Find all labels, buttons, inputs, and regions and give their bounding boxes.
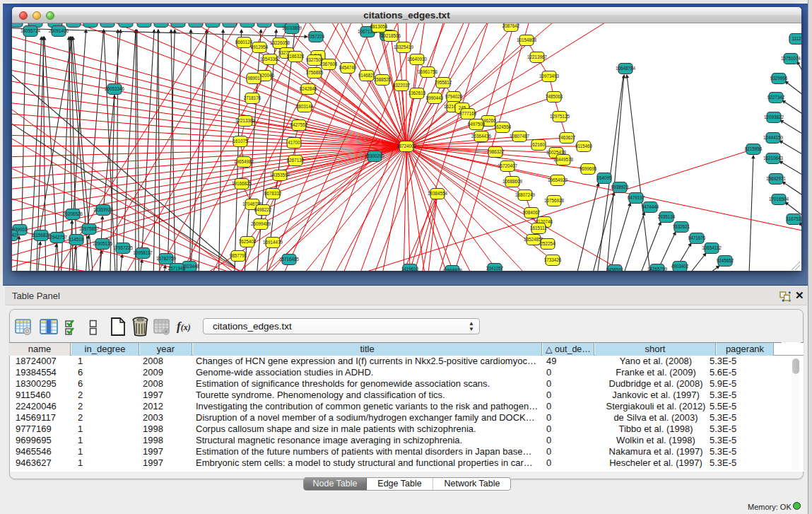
svg-text:8678332: 8678332 xyxy=(264,191,282,196)
svg-text:6466160: 6466160 xyxy=(117,23,135,24)
svg-text:9794028: 9794028 xyxy=(445,94,463,99)
svg-text:9699695: 9699695 xyxy=(579,166,597,171)
svg-text:252254: 252254 xyxy=(540,241,555,246)
svg-text:88061: 88061 xyxy=(67,23,80,24)
svg-text:8660124: 8660124 xyxy=(235,40,253,45)
svg-text:1588520: 1588520 xyxy=(374,77,392,82)
svg-text:16914479: 16914479 xyxy=(263,240,283,245)
svg-text:8813054: 8813054 xyxy=(370,24,388,29)
svg-text:8322037: 8322037 xyxy=(393,83,411,88)
svg-text:8186328: 8186328 xyxy=(287,54,305,59)
svg-text:12905135: 12905135 xyxy=(93,241,113,246)
svg-text:18724007: 18724007 xyxy=(396,144,417,148)
svg-text:2367608: 2367608 xyxy=(320,62,338,66)
svg-text:1615112: 1615112 xyxy=(530,226,548,230)
svg-text:12975125: 12975125 xyxy=(550,114,570,119)
svg-text:8454749: 8454749 xyxy=(339,65,357,70)
svg-text:10654112: 10654112 xyxy=(702,245,722,250)
svg-text:19166825: 19166825 xyxy=(232,181,252,186)
svg-text:10688609: 10688609 xyxy=(502,179,523,184)
svg-text:14353594: 14353594 xyxy=(270,173,290,177)
svg-text:2935134: 2935134 xyxy=(658,214,676,219)
svg-text:7485063: 7485063 xyxy=(546,94,563,99)
svg-text:16210643: 16210643 xyxy=(763,156,784,160)
svg-text:9474444: 9474444 xyxy=(642,204,659,209)
svg-text:10154808: 10154808 xyxy=(517,37,537,42)
svg-text:1362615: 1362615 xyxy=(408,90,426,95)
svg-text:15300295: 15300295 xyxy=(365,153,385,158)
svg-text:39142: 39142 xyxy=(12,233,17,238)
svg-text:2009: 2009 xyxy=(30,23,41,24)
svg-text:13226058: 13226058 xyxy=(270,40,290,45)
svg-text:18807249: 18807249 xyxy=(515,192,536,197)
svg-text:98901: 98901 xyxy=(247,76,260,81)
svg-text:10653287: 10653287 xyxy=(81,23,101,24)
svg-text:12444159: 12444159 xyxy=(763,135,784,140)
svg-text:8990443: 8990443 xyxy=(426,95,444,100)
svg-text:12213383: 12213383 xyxy=(235,118,256,123)
svg-text:4903402: 4903402 xyxy=(671,264,689,269)
svg-text:41700: 41700 xyxy=(288,140,300,145)
svg-text:9227342: 9227342 xyxy=(767,95,785,100)
svg-text:13276: 13276 xyxy=(223,23,236,24)
svg-text:1419610: 1419610 xyxy=(401,267,419,271)
svg-text:17016504: 17016504 xyxy=(769,197,789,201)
svg-text:13325419: 13325419 xyxy=(394,45,414,49)
svg-text:8242848: 8242848 xyxy=(300,86,317,91)
svg-text:7986322: 7986322 xyxy=(487,149,505,154)
svg-text:9084067: 9084067 xyxy=(523,210,541,215)
svg-text:1327602: 1327602 xyxy=(99,23,117,24)
svg-text:10756928: 10756928 xyxy=(544,198,565,203)
svg-text:7515: 7515 xyxy=(173,23,184,24)
svg-text:7632621: 7632621 xyxy=(673,224,690,229)
svg-text:16648784: 16648784 xyxy=(616,66,636,71)
svg-text:12093822: 12093822 xyxy=(764,115,784,119)
svg-text:16640910: 16640910 xyxy=(407,57,428,62)
svg-text:114519: 114519 xyxy=(69,237,84,242)
svg-text:9857791: 9857791 xyxy=(230,253,247,258)
svg-text:10671355: 10671355 xyxy=(151,23,172,24)
svg-text:26099489: 26099489 xyxy=(251,221,271,226)
svg-text:16961758: 16961758 xyxy=(418,69,438,74)
svg-text:8498222: 8498222 xyxy=(254,207,272,212)
svg-text:20053346: 20053346 xyxy=(105,86,125,91)
svg-text:15692971: 15692971 xyxy=(766,176,787,181)
svg-text:10958117: 10958117 xyxy=(133,250,153,255)
svg-text:7357224: 7357224 xyxy=(307,34,325,39)
svg-text:12213967: 12213967 xyxy=(527,54,548,59)
svg-text:8471676: 8471676 xyxy=(688,235,706,240)
svg-text:9245652: 9245652 xyxy=(717,258,734,263)
svg-text:7463627: 7463627 xyxy=(558,135,576,140)
svg-text:20206526: 20206526 xyxy=(63,211,83,216)
svg-text:8427552: 8427552 xyxy=(290,122,308,127)
svg-text:161075: 161075 xyxy=(233,139,248,144)
svg-text:7955812: 7955812 xyxy=(435,80,452,85)
svg-text:9329996: 9329996 xyxy=(770,76,788,81)
svg-text:1112: 1112 xyxy=(792,36,801,41)
svg-text:15716485: 15716485 xyxy=(279,257,300,262)
svg-text:6479197: 6479197 xyxy=(628,195,645,200)
svg-text:3341057: 3341057 xyxy=(486,266,504,271)
svg-text:9777169: 9777169 xyxy=(459,111,477,116)
svg-text:14055724: 14055724 xyxy=(20,28,41,33)
svg-text:10719: 10719 xyxy=(258,23,271,24)
svg-text:13449578: 13449578 xyxy=(553,157,574,162)
svg-text:164095: 164095 xyxy=(596,175,612,180)
svg-text:19384554: 19384554 xyxy=(428,191,448,196)
svg-text:2718176: 2718176 xyxy=(244,95,261,100)
svg-text:8215958: 8215958 xyxy=(745,146,763,151)
svg-text:1065: 1065 xyxy=(208,23,218,24)
svg-text:1624554: 1624554 xyxy=(494,124,512,129)
svg-text:12359926: 12359926 xyxy=(93,207,114,212)
svg-text:42868828: 42868828 xyxy=(442,268,463,271)
svg-text:8267130: 8267130 xyxy=(287,158,305,163)
svg-text:15751074: 15751074 xyxy=(781,56,801,61)
svg-text:16033809: 16033809 xyxy=(282,25,302,30)
svg-text:20091406: 20091406 xyxy=(49,28,69,33)
svg-text:19654982: 19654982 xyxy=(234,159,254,164)
svg-text:3756885: 3756885 xyxy=(306,70,324,75)
svg-text:62160: 62160 xyxy=(532,142,545,147)
svg-text:1733426: 1733426 xyxy=(544,257,562,262)
svg-text:2571945: 2571945 xyxy=(168,266,186,271)
svg-text:19218506: 19218506 xyxy=(381,33,401,38)
